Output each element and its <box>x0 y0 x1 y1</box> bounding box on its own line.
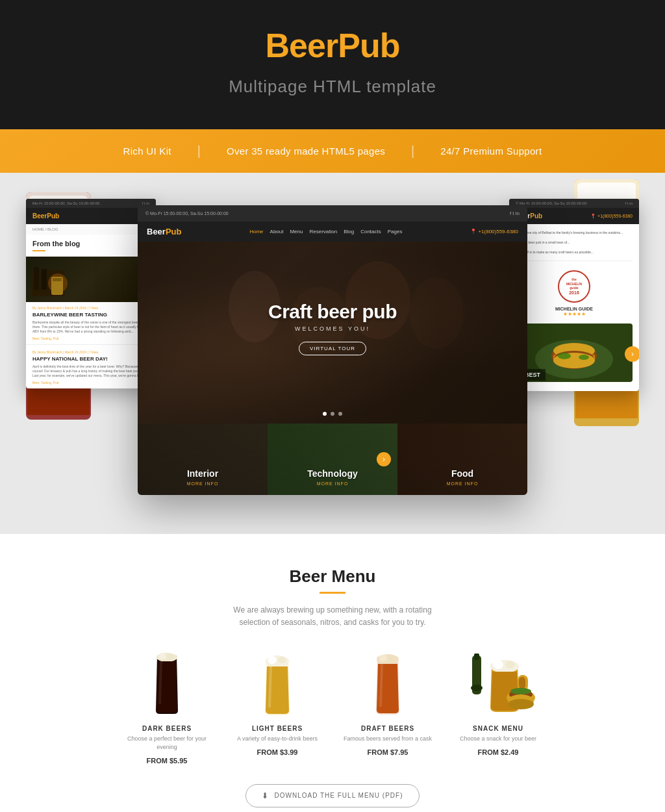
dot-1[interactable] <box>323 412 327 416</box>
panel-food-more[interactable]: More Info <box>447 481 479 486</box>
svg-rect-11 <box>34 267 39 290</box>
nav-menu[interactable]: Menu <box>290 229 303 235</box>
draft-beer-name: DRAFT BEERS <box>339 725 436 732</box>
side-blog-meta-2: By Jenny Brisnhatch | March 24,2016 | 7 … <box>32 350 149 354</box>
dot-2[interactable] <box>331 412 334 416</box>
download-icon: ⬇ <box>262 791 269 800</box>
panel-technology[interactable]: Technology More Info › <box>268 424 397 495</box>
side-blog-text-2: By Jenny Brisnhatch | March 24,2016 | 7 … <box>26 344 156 388</box>
svg-point-34 <box>268 656 277 664</box>
panel-interior[interactable]: Interior More Info <box>138 424 268 495</box>
side-nav-top-right: © Mo-Fr 15:00-00:00, Sa-Su 15:00-00:00 f… <box>509 199 639 208</box>
panel-technology-more[interactable]: More Info <box>317 481 349 486</box>
virtual-tour-button[interactable]: VIRTUAL TOUR <box>299 342 366 355</box>
draft-beer-price: FROM $7.95 <box>339 748 436 756</box>
side-right-excerpt: ...his home city of Belfast to the famil… <box>516 231 633 255</box>
svg-point-49 <box>510 688 531 694</box>
side-mockup-right: © Mo-Fr 15:00-00:00, Sa-Su 15:00-00:00 f… <box>509 199 639 391</box>
hero-title: Craft beer pub <box>268 301 397 323</box>
michelin-badge: theMICHELINguide 2016 <box>558 270 590 303</box>
side-phone-right: 📍 +1(800)559-6380 <box>590 214 633 219</box>
beer-card-light: LIGHT BEERS A variety of easy-to-drink b… <box>229 652 326 764</box>
svg-point-37 <box>379 655 387 661</box>
light-beer-desc: A variety of easy-to-drink beers <box>229 735 326 743</box>
svg-point-38 <box>388 656 395 661</box>
side-blog-title-1: BARLEYWINE BEER TASTING <box>32 312 149 318</box>
brand-logo: BeerPub <box>13 26 652 65</box>
nav-pages[interactable]: Pages <box>388 229 403 235</box>
nav-reservation[interactable]: Reservation <box>309 229 337 235</box>
michelin-text: theMICHELINguide <box>566 277 582 290</box>
side-mockup-blog: Mo-Fr 15:00-00:00, Sa-Su 15:00-00:00 f t… <box>26 199 156 388</box>
header-subtitle: Multipage HTML template <box>13 77 652 97</box>
browser-nav-phone: 📍 +1(800)559-6380 <box>470 229 518 235</box>
browser-navigation: BeerPub Home About Menu Reservation Blog… <box>138 222 527 242</box>
nav-blog[interactable]: Blog <box>344 229 354 235</box>
side-blog-meta-1: By Jenny Brisnhatch | March 24,2016 | 7 … <box>32 306 149 310</box>
browser-top-bar: © Mo-Fr 15:00-00:00, Sa-Su 15:00-00:00 f… <box>138 205 527 222</box>
side-food-image: BEST › <box>516 324 633 385</box>
snack-desc: Choose a snack for your beer <box>449 735 547 743</box>
side-blog-image-1 <box>26 257 156 302</box>
browser-nav-logo: BeerPub <box>147 227 181 236</box>
side-right-arrow[interactable]: › <box>625 346 639 362</box>
dot-3[interactable] <box>338 412 342 416</box>
michelin-title: MICHELIN GUIDE <box>516 307 633 311</box>
michelin-section: theMICHELINguide 2016 MICHELIN GUIDE ★★★… <box>516 260 633 317</box>
svg-point-32 <box>167 654 173 659</box>
svg-point-28 <box>558 353 571 359</box>
svg-point-45 <box>493 660 503 669</box>
nav-about[interactable]: About <box>270 229 284 235</box>
side-blog-tags-2: Beer, Tasting, Pub <box>32 381 149 385</box>
snack-image <box>449 652 547 717</box>
panel-interior-more[interactable]: More Info <box>187 481 219 486</box>
light-beer-name: LIGHT BEERS <box>229 725 326 732</box>
bottom-panels: Interior More Info Technology More Info … <box>138 424 527 495</box>
beer-card-draft: DRAFT BEERS Famous beers served from a c… <box>339 652 436 764</box>
side-hours-right: © Mo-Fr 15:00-00:00, Sa-Su 15:00-00:00 <box>516 201 586 205</box>
svg-point-46 <box>505 661 514 668</box>
beer-cards-container: DARK BEERS Choose a perfect beer for you… <box>13 652 652 764</box>
panel-food[interactable]: Food More Info <box>397 424 527 495</box>
side-logo-left: BeerPub <box>32 212 59 220</box>
side-blog-desc-1: Barleywine despite all the beauty of the… <box>32 320 149 334</box>
svg-point-20 <box>409 277 464 349</box>
beer-menu-section: Beer Menu We are always brewing up somet… <box>0 534 665 812</box>
beer-menu-title: Beer Menu <box>13 566 652 587</box>
svg-point-29 <box>579 355 589 360</box>
features-bar: Rich UI Kit | Over 35 ready made HTML5 p… <box>0 129 665 173</box>
dark-beer-price: FROM $5.95 <box>118 757 216 765</box>
svg-rect-40 <box>474 653 479 660</box>
feature-support: 24/7 Premium Support <box>414 146 568 157</box>
panel-technology-title: Technology <box>307 468 358 479</box>
side-blog-title-2: HAPPY NATIONAL BEER DAY! <box>32 356 149 362</box>
header: BeerPub Multipage HTML template <box>0 0 665 129</box>
main-showcase: Mo-Fr 15:00-00:00, Sa-Su 15:00-00:00 f t… <box>0 173 665 534</box>
beer-card-dark: DARK BEERS Choose a perfect beer for you… <box>118 652 216 764</box>
nav-contacts[interactable]: Contacts <box>360 229 381 235</box>
svg-rect-12 <box>42 269 47 290</box>
side-hours-left: Mo-Fr 15:00-00:00, Sa-Su 15:00-00:00 <box>32 201 99 205</box>
side-blog-heading: From the blog <box>26 235 156 250</box>
hero-dots <box>323 412 342 416</box>
side-breadcrumb: HOME / BLOG <box>26 224 156 235</box>
nav-home[interactable]: Home <box>249 229 263 235</box>
browser-hours: © Mo-Fr 15:00-00:00, Sa-Su 15:00-00:00 <box>145 211 229 216</box>
panel-arrow-icon[interactable]: › <box>377 452 391 466</box>
snack-name: SNACK MENU <box>449 725 547 732</box>
beer-card-snack: SNACK MENU Choose a snack for your beer … <box>449 652 547 764</box>
svg-point-35 <box>278 657 286 663</box>
dark-beer-name: DARK BEERS <box>118 725 216 732</box>
svg-rect-15 <box>53 278 62 281</box>
hero-welcome: WELCOMES YOU! <box>268 325 397 332</box>
download-menu-button[interactable]: ⬇ DOWNLOAD THE FULL MENU (PDF) <box>245 784 419 807</box>
side-social-right: f t in <box>625 201 633 205</box>
browser-mockup-main: © Mo-Fr 15:00-00:00, Sa-Su 15:00-00:00 f… <box>138 205 527 495</box>
browser-social: f t in <box>510 210 520 216</box>
light-beer-price: FROM $3.99 <box>229 748 326 756</box>
draft-beer-image <box>339 652 436 717</box>
side-blog-text-1: By Jenny Brisnhatch | March 24,2016 | 7 … <box>26 302 156 344</box>
side-heading-underline <box>32 250 45 251</box>
beer-menu-underline <box>320 592 345 594</box>
draft-beer-desc: Famous beers served from a cask <box>339 735 436 743</box>
